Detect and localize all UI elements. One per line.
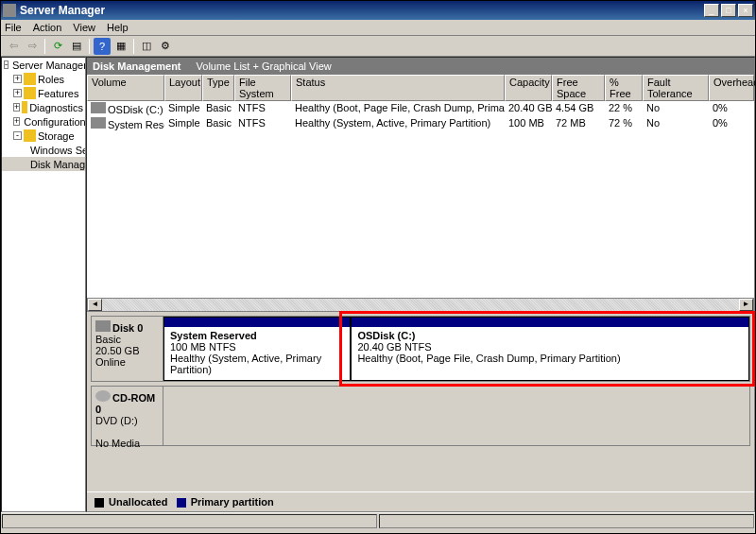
vol-type: Basic xyxy=(202,116,234,131)
tree-label: Windows Server B xyxy=(30,145,86,156)
vol-ft: No xyxy=(643,101,709,116)
partition-size: 100 MB NTFS xyxy=(170,341,344,353)
col-capacity[interactable]: Capacity xyxy=(505,75,552,101)
help-button[interactable]: ? xyxy=(94,38,111,55)
legend-unallocated: Unallocated xyxy=(109,496,167,508)
cdrom-row[interactable]: CD-ROM 0 DVD (D:) No Media xyxy=(91,386,750,446)
settings-button[interactable]: ▦ xyxy=(112,38,129,55)
volume-list: Volume Layout Type File System Status Ca… xyxy=(87,75,754,131)
tree-pane[interactable]: -Server Manager (WIN-981 +Roles +Feature… xyxy=(1,57,86,512)
col-type[interactable]: Type xyxy=(202,75,234,101)
disk-type: Basic xyxy=(95,334,121,345)
col-fault-tolerance[interactable]: Fault Tolerance xyxy=(643,75,709,101)
back-button[interactable]: ⇦ xyxy=(5,38,22,55)
col-overhead[interactable]: Overhead xyxy=(709,75,754,101)
menu-view[interactable]: View xyxy=(73,22,95,33)
vol-fs: NTFS xyxy=(234,116,291,131)
partition-name: System Reserved xyxy=(170,330,344,341)
disk-mgmt-header: Disk Management Volume List + Graphical … xyxy=(87,58,754,75)
vol-free: 72 MB xyxy=(552,116,605,131)
statusbar xyxy=(1,512,755,529)
menu-file[interactable]: File xyxy=(5,22,22,33)
vol-ft: No xyxy=(643,116,709,131)
tree-root[interactable]: -Server Manager (WIN-981 xyxy=(2,58,85,72)
partition-bar xyxy=(352,318,748,327)
legend-primary: Primary partition xyxy=(191,496,274,508)
partition-osdisk[interactable]: OSDisk (C:) 20.40 GB NTFS Healthy (Boot,… xyxy=(351,317,749,381)
partition-system-reserved[interactable]: System Reserved 100 MB NTFS Healthy (Sys… xyxy=(163,317,351,381)
volume-row[interactable]: System Reserved Simple Basic NTFS Health… xyxy=(87,116,754,131)
cdrom-icon xyxy=(95,390,111,402)
partition-status: Healthy (System, Active, Primary Partiti… xyxy=(170,353,344,375)
col-volume[interactable]: Volume xyxy=(87,75,164,101)
disk-name: Disk 0 xyxy=(112,322,143,334)
vol-ov: 0% xyxy=(709,116,754,131)
tree-label: Features xyxy=(38,88,78,99)
vol-layout: Simple xyxy=(164,101,202,116)
toolbar-sep xyxy=(133,39,134,54)
disk-size: 20.50 GB xyxy=(95,345,139,356)
vol-name: OSDisk (C:) xyxy=(108,104,163,115)
tree-label: Configuration xyxy=(24,116,85,128)
dm-title: Disk Management xyxy=(93,60,181,72)
tree-configuration[interactable]: +Configuration xyxy=(2,114,85,129)
tree-disk-management[interactable]: Disk Management xyxy=(2,157,85,171)
disk-row[interactable]: Disk 0 Basic 20.50 GB Online System Rese… xyxy=(91,316,750,382)
tree-storage[interactable]: -Storage xyxy=(2,129,85,143)
volume-list-empty xyxy=(87,131,754,298)
disk-view-button[interactable]: ◫ xyxy=(138,38,155,55)
toolbar-sep xyxy=(89,39,90,54)
vol-type: Basic xyxy=(202,101,234,116)
disk-label: Disk 0 Basic 20.50 GB Online xyxy=(92,317,163,381)
partition-bar xyxy=(164,318,350,327)
legend-swatch-primary xyxy=(177,498,186,508)
content-pane: Disk Management Volume List + Graphical … xyxy=(86,57,755,512)
forward-button[interactable]: ⇨ xyxy=(24,38,41,55)
menu-action[interactable]: Action xyxy=(33,22,62,33)
tree-roles[interactable]: +Roles xyxy=(2,72,85,86)
refresh-button[interactable]: ⟳ xyxy=(49,38,66,55)
cdrom-type: DVD (D:) xyxy=(95,415,138,426)
status-cell xyxy=(2,514,377,528)
col-status[interactable]: Status xyxy=(291,75,505,101)
col-freespace[interactable]: Free Space xyxy=(552,75,605,101)
disk-pane-fill xyxy=(87,450,754,491)
tree-features[interactable]: +Features xyxy=(2,86,85,100)
dm-subtitle: Volume List + Graphical View xyxy=(197,60,332,72)
volume-row[interactable]: OSDisk (C:) Simple Basic NTFS Healthy (B… xyxy=(87,101,754,116)
tree-label: Storage xyxy=(38,130,75,142)
vol-free: 4.54 GB xyxy=(552,101,605,116)
cdrom-status: No Media xyxy=(95,438,140,449)
partition-status: Healthy (Boot, Page File, Crash Dump, Pr… xyxy=(357,353,743,364)
close-button[interactable]: × xyxy=(738,4,753,17)
col-pctfree[interactable]: % Free xyxy=(605,75,643,101)
cdrom-label: CD-ROM 0 DVD (D:) No Media xyxy=(92,387,163,445)
disk-options-button[interactable]: ⚙ xyxy=(157,38,174,55)
partition-size: 20.40 GB NTFS xyxy=(357,341,743,353)
drive-icon xyxy=(91,102,106,113)
maximize-button[interactable]: □ xyxy=(721,4,736,17)
disk-icon xyxy=(95,320,111,332)
volume-columns: Volume Layout Type File System Status Ca… xyxy=(87,75,754,101)
vol-fs: NTFS xyxy=(234,101,291,116)
menu-help[interactable]: Help xyxy=(107,22,129,33)
volume-hscroll[interactable]: ◄► xyxy=(87,298,754,312)
vol-pct: 72 % xyxy=(605,116,643,131)
col-layout[interactable]: Layout xyxy=(164,75,202,101)
disk-status: Online xyxy=(95,356,126,368)
legend: Unallocated Primary partition xyxy=(87,491,754,511)
minimize-button[interactable]: _ xyxy=(704,4,719,17)
partition-name: OSDisk (C:) xyxy=(357,330,743,341)
col-filesystem[interactable]: File System xyxy=(234,75,291,101)
list-button[interactable]: ▤ xyxy=(68,38,85,55)
titlebar: Server Manager _ □ × xyxy=(1,1,755,20)
tree-label: Disk Management xyxy=(30,159,86,170)
tree-root-label: Server Manager (WIN-981 xyxy=(12,60,86,71)
app-icon xyxy=(3,4,16,17)
tree-diagnostics[interactable]: +Diagnostics xyxy=(2,100,85,114)
vol-name: System Reserved xyxy=(108,119,164,130)
vol-status: Healthy (System, Active, Primary Partiti… xyxy=(291,116,505,131)
tree-label: Roles xyxy=(38,74,64,85)
vol-capacity: 100 MB xyxy=(505,116,552,131)
tree-wsb[interactable]: Windows Server B xyxy=(2,143,85,157)
